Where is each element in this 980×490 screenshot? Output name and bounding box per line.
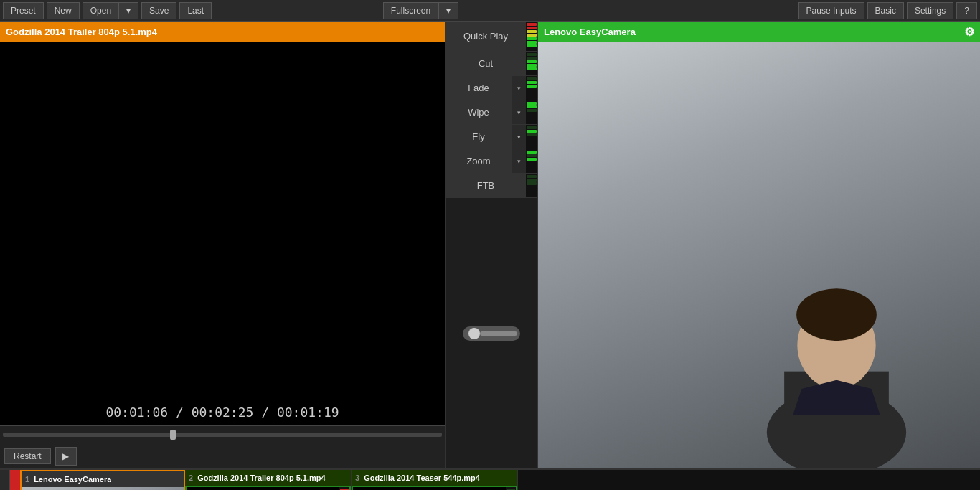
new-button[interactable]: New [47,2,80,19]
fly-transition: Fly ▾ [446,125,537,149]
input-tile-3: 3 Godzilla 2014 Teaser 544p.mp4 [352,470,518,490]
color-tab-red[interactable] [10,470,20,490]
tile-2-vu [339,487,349,490]
quick-play-button[interactable]: Quick Play [446,22,526,51]
open-dropdown-arrow[interactable]: ▾ [118,2,138,19]
fade-arrow[interactable]: ▾ [512,76,526,100]
tile-2-preview [185,486,351,490]
tile-3-title: Godzilla 2014 Teaser 544p.mp4 [364,473,480,482]
help-button[interactable]: ? [956,2,977,19]
preset-button[interactable]: Preset [3,2,44,19]
basic-button[interactable]: Basic [867,2,904,19]
vu-seg-red2 [527,27,537,29]
play-button[interactable]: ▶ [55,447,77,466]
ftb-transition: FTB [446,174,537,198]
last-button[interactable]: Last [179,2,212,19]
time-current: 00:01:06 [105,405,168,420]
time-remaining: 00:01:19 [277,405,339,420]
fly-arrow[interactable]: ▾ [512,125,526,149]
save-button[interactable]: Save [141,2,176,19]
fade-button[interactable]: Fade [446,76,512,100]
vu-seg-green2 [527,41,537,44]
video-preview: 00:01:06 / 00:02:25 / 00:01:19 [0,42,445,425]
volume-slider-track[interactable] [463,326,520,341]
ftb-button[interactable]: FTB [446,174,526,197]
volume-area [446,198,537,468]
zoom-arrow[interactable]: ▾ [512,149,526,173]
right-panel: Lenovo EasyCamera ⚙ [538,22,980,468]
volume-slider-thumb[interactable] [468,328,480,339]
input-tiles-row: ◀ 1 Lenovo EasyCamera [0,468,980,490]
tile-1-person [76,487,169,490]
right-buttons: Pause Inputs Basic Settings ? [798,2,977,19]
fullscreen-group: Fullscreen ▾ [383,2,458,19]
settings-button[interactable]: Settings [907,2,953,19]
input-tile-2: 2 Godzilla 2014 Trailer 804p 5.1.mp4 [185,470,352,490]
tile-1-num: 1 [25,475,29,484]
left-panel: Godzilla 2014 Trailer 804p 5.1.mp4 00:01… [0,22,445,468]
tile-1-title: Lenovo EasyCamera [34,475,111,484]
camera-gear-icon[interactable]: ⚙ [964,25,974,39]
tile-2-header: 2 Godzilla 2014 Trailer 804p 5.1.mp4 [185,470,351,486]
pause-inputs-button[interactable]: Pause Inputs [798,2,864,19]
camera-title: Lenovo EasyCamera [544,27,636,37]
cut-button[interactable]: Cut [446,52,526,75]
quick-play-transition: Quick Play [446,22,537,52]
restart-button[interactable]: Restart [4,448,51,464]
empty-tile-space [518,470,980,490]
time-total: 00:02:25 [192,405,254,420]
tile-2-title: Godzilla 2014 Trailer 804p 5.1.mp4 [197,473,326,482]
wipe-arrow[interactable]: ▾ [512,100,526,124]
open-button[interactable]: Open [83,2,118,19]
wipe-transition: Wipe ▾ [446,100,537,125]
zoom-button[interactable]: Zoom [446,149,512,173]
vu-seg-yellow [527,30,537,33]
tile-3-num: 3 [355,473,359,482]
tile-2-num: 2 [189,473,193,482]
fly-button[interactable]: Fly [446,125,512,149]
time-display: 00:01:06 / 00:02:25 / 00:01:19 [0,405,445,420]
fade-transition: Fade ▾ [446,76,537,100]
timeline-ticks[interactable] [3,431,442,438]
zoom-transition: Zoom ▾ [446,149,537,174]
tile-3-header: 3 Godzilla 2014 Teaser 544p.mp4 [352,470,517,486]
video-title: Godzilla 2014 Trailer 804p 5.1.mp4 [0,22,445,42]
fullscreen-button[interactable]: Fullscreen [383,2,438,19]
camera-feed [538,42,980,468]
main-area: Godzilla 2014 Trailer 804p 5.1.mp4 00:01… [0,22,980,468]
vu-seg-green3 [527,44,537,47]
wipe-button[interactable]: Wipe [446,100,512,124]
top-bar: Preset New Open ▾ Save Last Fullscreen ▾… [0,0,980,22]
open-group: Open ▾ [83,2,138,19]
collapse-button[interactable]: ◀ [0,470,10,490]
svg-point-3 [796,288,877,341]
time-separator1: / [176,405,192,420]
lower-section: ◀ 1 Lenovo EasyCamera [0,468,980,490]
input-tile-1: 1 Lenovo EasyCamera Close Quick Play Cut [20,470,185,490]
timeline-thumb[interactable] [170,430,176,440]
camera-preview [538,42,980,468]
volume-track-line [480,331,517,336]
control-bar: Restart ▶ [0,443,445,468]
fullscreen-dropdown-arrow[interactable]: ▾ [438,2,458,19]
vu-seg-green1 [527,37,537,40]
vu-seg-yellow2 [527,34,537,37]
tile-3-preview [352,486,517,490]
camera-header: Lenovo EasyCamera ⚙ [538,22,980,42]
tile-1-header: 1 Lenovo EasyCamera [22,471,184,487]
color-tabs [10,470,20,490]
person-silhouette [715,196,958,468]
time-separator2: / [261,405,277,420]
cut-transition: Cut [446,52,537,76]
timeline-bar [0,425,445,443]
vu-seg-red [527,23,537,26]
tile-1-preview [22,487,184,490]
center-panel: Quick Play Cut [445,22,538,468]
tile-3-vu [506,487,516,490]
